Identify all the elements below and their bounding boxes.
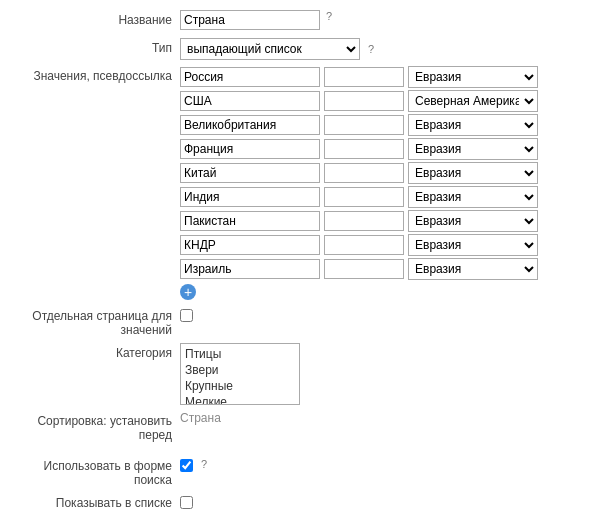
value-slug-input[interactable] (324, 235, 404, 255)
region-select[interactable]: ЕвразияСеверная АмерикаЮжная АмерикаАфри… (408, 138, 538, 160)
values-row: Значения, псевдоссылка ЕвразияСеверная А… (20, 66, 580, 300)
category-list[interactable]: ПтицыЗвериКрупныеМелкие (180, 343, 300, 405)
values-label: Значения, псевдоссылка (20, 66, 180, 83)
type-row: Тип выпадающий список текст число ? (20, 38, 580, 60)
value-name-input[interactable] (180, 115, 320, 135)
list-checkbox[interactable] (180, 496, 193, 509)
value-row: ЕвразияСеверная АмерикаЮжная АмерикаАфри… (180, 258, 538, 280)
value-row: ЕвразияСеверная АмерикаЮжная АмерикаАфри… (180, 66, 538, 88)
value-slug-input[interactable] (324, 139, 404, 159)
name-content: ? (180, 10, 580, 30)
category-item[interactable]: Птицы (183, 346, 297, 362)
value-row: ЕвразияСеверная АмерикаЮжная АмерикаАфри… (180, 186, 538, 208)
region-select[interactable]: ЕвразияСеверная АмерикаЮжная АмерикаАфри… (408, 90, 538, 112)
category-row: Категория ПтицыЗвериКрупныеМелкие (20, 343, 580, 405)
value-row: ЕвразияСеверная АмерикаЮжная АмерикаАфри… (180, 114, 538, 136)
category-content: ПтицыЗвериКрупныеМелкие (180, 343, 580, 405)
value-row: ЕвразияСеверная АмерикаЮжная АмерикаАфри… (180, 138, 538, 160)
value-name-input[interactable] (180, 211, 320, 231)
name-label: Название (20, 10, 180, 27)
region-select[interactable]: ЕвразияСеверная АмерикаЮжная АмерикаАфри… (408, 162, 538, 184)
name-input[interactable] (180, 10, 320, 30)
search-row: Использовать в форме поиска ? (20, 456, 580, 487)
sort-row: Сортировка: установить перед Страна (20, 411, 580, 442)
sort-link[interactable]: Страна (180, 411, 221, 425)
value-slug-input[interactable] (324, 163, 404, 183)
value-slug-input[interactable] (324, 115, 404, 135)
region-select[interactable]: ЕвразияСеверная АмерикаЮжная АмерикаАфри… (408, 66, 538, 88)
value-row: ЕвразияСеверная АмерикаЮжная АмерикаАфри… (180, 234, 538, 256)
category-item[interactable]: Мелкие (183, 394, 297, 405)
type-content: выпадающий список текст число ? (180, 38, 580, 60)
category-label: Категория (20, 343, 180, 360)
sort-content: Страна (180, 411, 580, 425)
add-value-button[interactable]: + (180, 284, 196, 300)
value-slug-input[interactable] (324, 187, 404, 207)
list-content (180, 493, 580, 509)
value-name-input[interactable] (180, 67, 320, 87)
list-row: Показывать в списке (20, 493, 580, 509)
search-content: ? (180, 456, 580, 472)
category-item[interactable]: Крупные (183, 378, 297, 394)
type-label: Тип (20, 38, 180, 55)
region-select[interactable]: ЕвразияСеверная АмерикаЮжная АмерикаАфри… (408, 210, 538, 232)
value-name-input[interactable] (180, 235, 320, 255)
value-slug-input[interactable] (324, 259, 404, 279)
region-select[interactable]: ЕвразияСеверная АмерикаЮжная АмерикаАфри… (408, 186, 538, 208)
value-name-input[interactable] (180, 259, 320, 279)
values-content: ЕвразияСеверная АмерикаЮжная АмерикаАфри… (180, 66, 580, 300)
region-select[interactable]: ЕвразияСеверная АмерикаЮжная АмерикаАфри… (408, 114, 538, 136)
value-row: ЕвразияСеверная АмерикаЮжная АмерикаАфри… (180, 210, 538, 232)
value-row: ЕвразияСеверная АмерикаЮжная АмерикаАфри… (180, 162, 538, 184)
type-select[interactable]: выпадающий список текст число (180, 38, 360, 60)
separate-page-content (180, 306, 580, 322)
separate-page-checkbox[interactable] (180, 309, 193, 322)
value-name-input[interactable] (180, 163, 320, 183)
value-slug-input[interactable] (324, 67, 404, 87)
values-section: ЕвразияСеверная АмерикаЮжная АмерикаАфри… (180, 66, 538, 300)
separate-page-label: Отдельная страница для значений (20, 306, 180, 337)
sort-label: Сортировка: установить перед (20, 411, 180, 442)
search-label: Использовать в форме поиска (20, 456, 180, 487)
value-row: ЕвразияСеверная АмерикаЮжная АмерикаАфри… (180, 90, 538, 112)
list-label: Показывать в списке (20, 493, 180, 509)
value-name-input[interactable] (180, 187, 320, 207)
name-row: Название ? (20, 10, 580, 32)
search-help[interactable]: ? (201, 458, 207, 470)
value-name-input[interactable] (180, 139, 320, 159)
search-checkbox[interactable] (180, 459, 193, 472)
region-select[interactable]: ЕвразияСеверная АмерикаЮжная АмерикаАфри… (408, 258, 538, 280)
region-select[interactable]: ЕвразияСеверная АмерикаЮжная АмерикаАфри… (408, 234, 538, 256)
separate-page-row: Отдельная страница для значений (20, 306, 580, 337)
value-name-input[interactable] (180, 91, 320, 111)
type-help[interactable]: ? (368, 43, 374, 55)
value-slug-input[interactable] (324, 211, 404, 231)
value-slug-input[interactable] (324, 91, 404, 111)
name-help[interactable]: ? (326, 10, 332, 22)
category-item[interactable]: Звери (183, 362, 297, 378)
